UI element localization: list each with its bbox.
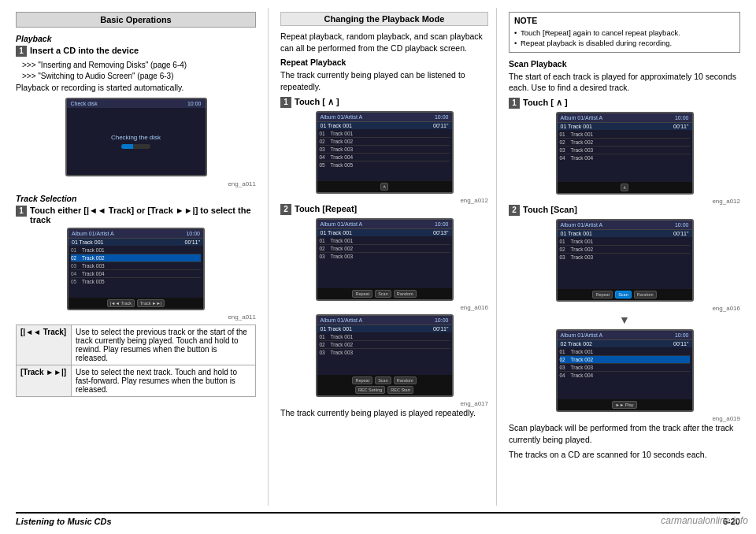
r-s3-track: 01 Track 001 — [321, 326, 352, 332]
scan-step1-text: Touch [ ∧ ] — [523, 98, 568, 108]
scan-footer2: The tracks on a CD are scanned for 10 se… — [509, 449, 740, 461]
scan-step2-row: 2 Touch [Scan] — [509, 205, 740, 216]
r-s2-t1: Track 001 — [331, 238, 354, 243]
sc-s3-t1: Track 001 — [571, 349, 594, 354]
ts-bottom-bar: |◄◄ Track Track ►►| — [69, 298, 203, 309]
sc-s2-row2: 02Track 002 — [560, 246, 690, 254]
track-select-screen: Album 01/Artist A 10:00 01 Track 001 00'… — [67, 228, 205, 310]
sc-s1-playing: 01 Track 001 00'11" — [558, 123, 692, 130]
sc-s2-row1: 01Track 001 — [560, 238, 690, 246]
screen-cd-time: 10:00 — [187, 101, 202, 106]
note-box: NOTE Touch [Repeat] again to cancel repe… — [509, 12, 740, 53]
r-s2-row3: 03Track 003 — [320, 253, 450, 260]
scan-screen1-caption: eng_a012 — [509, 198, 740, 205]
sc-s3-track: 02 Track 002 — [561, 341, 592, 347]
sc-s1-row3: 03Track 003 — [560, 146, 690, 154]
sc-s2-album: Album 01/Artist A — [561, 222, 603, 228]
sc-s1-header: Album 01/Artist A 10:00 — [558, 113, 692, 123]
sc-s3-n2: 02 — [560, 357, 571, 362]
r-s2-track: 01 Track 001 — [321, 230, 352, 235]
sc-s3-row3: 03Track 003 — [560, 364, 690, 372]
r-s2-n3: 03 — [320, 254, 331, 259]
r-s3-btn-row2: REC Setting REC Start — [355, 386, 413, 394]
watermark: carmanualonline.info — [661, 515, 748, 526]
scan-desc: The start of each track is played for ap… — [509, 71, 740, 94]
ts-name-4: Track 004 — [82, 271, 201, 276]
sc-s2-n3: 03 — [560, 254, 571, 260]
r-s1-t4: Track 004 — [331, 154, 354, 160]
sc-s1-time: 10:00 — [675, 115, 689, 121]
r-s1-header: Album 01/Artist A 10:00 — [317, 113, 452, 122]
sc-s2-list: 01Track 001 02Track 002 03Track 003 — [558, 237, 692, 289]
r-s3-playing: 01 Track 001 00'11" — [317, 325, 452, 332]
r-s2-t2: Track 002 — [331, 246, 354, 251]
repeat-step1-text: Touch [ ∧ ] — [295, 97, 339, 107]
ts-num-1: 01 — [71, 247, 82, 253]
sc-s1-t2: Track 002 — [571, 139, 594, 145]
ts-track-list: 01 Track 001 02 Track 002 03 Track 003 0… — [69, 246, 203, 298]
sc-s2-btn-repeat: Repeat — [592, 291, 613, 299]
ts-track-row-2: 02 Track 002 — [71, 254, 201, 262]
ts-name-2: Track 002 — [82, 255, 201, 261]
scan-step2-text: Touch [Scan] — [523, 205, 577, 214]
ts-screen-header: Album 01/Artist A 10:00 — [69, 229, 203, 239]
repeat-step1-row: 1 Touch [ ∧ ] — [280, 97, 488, 108]
checking-text: Checking the disk — [111, 134, 161, 141]
r-s3-btn-random: Random — [394, 376, 417, 384]
table-key-2: [Track ►►|] — [17, 365, 72, 396]
ts-track-row-1: 01 Track 001 — [71, 247, 201, 254]
sc-s1-n1: 01 — [560, 132, 571, 137]
r-s2-n2: 02 — [320, 246, 331, 251]
scan-footer1: Scan playback will be performed from the… — [509, 422, 740, 445]
r-s2-btn-repeat: Repeat — [352, 290, 372, 298]
playback-title: Playback — [16, 34, 256, 43]
mid-column: Changing the Playback Mode Repeat playba… — [268, 8, 496, 506]
track-selection-title: Track Selection — [16, 194, 256, 203]
main-content: Basic Operations Playback 1 Insert a CD … — [16, 8, 740, 506]
ts-name-1: Track 001 — [82, 247, 201, 253]
note-item-1: Touch [Repeat] again to cancel repeat pl… — [514, 28, 735, 38]
repeat-playback-title: Repeat Playback — [280, 57, 488, 67]
sc-s2-bottom: Repeat Scan Random — [558, 289, 692, 300]
scan-screen2-caption: eng_a016 — [509, 305, 740, 312]
r-s3-header: Album 01/Artist A 10:00 — [317, 316, 452, 325]
table-val-2: Use to select the next track. Touch and … — [72, 365, 256, 396]
sc-s1-n2: 02 — [560, 139, 571, 145]
r-s1-time: 10:00 — [435, 114, 449, 120]
table-row-1: [|◄◄ Track] Use to select the previous t… — [17, 324, 256, 365]
sc-s3-album: Album 01/Artist A — [561, 332, 603, 338]
arrow-down: ▼ — [509, 313, 740, 326]
r-s3-list: 01Track 001 02Track 002 03Track 003 — [317, 332, 452, 375]
r-s1-tracktime: 00'11" — [433, 123, 448, 128]
r-s3-row3: 03Track 003 — [320, 349, 450, 356]
repeat-step2-row: 2 Touch [Repeat] — [280, 204, 488, 215]
sc-s3-playing: 02 Track 002 00'11" — [558, 340, 692, 347]
sc-s3-t2: Track 002 — [571, 357, 594, 362]
sc-s1-row4: 04Track 004 — [560, 154, 690, 161]
scan-screen1: Album 01/Artist A 10:00 01 Track 001 00'… — [556, 112, 694, 195]
ref2: >>> "Switching to Audio Screen" (page 6-… — [22, 71, 256, 82]
step2-row: 1 Touch either [|◄◄ Track] or [Track ►►|… — [16, 206, 256, 224]
sc-s3-btn-play: ►► Play — [612, 401, 636, 409]
footer-left: Listening to Music CDs — [16, 517, 112, 526]
sc-s3-tracktime: 00'11" — [673, 341, 688, 347]
r-s1-bottom: ∧ — [317, 181, 452, 192]
r-s3-tracktime: 00'11" — [433, 326, 448, 332]
r-s1-row1: 01Track 001 — [320, 130, 450, 138]
sc-s3-list: 01Track 001 02Track 002 03Track 003 04Tr… — [558, 347, 692, 399]
sc-s3-time: 10:00 — [675, 332, 689, 338]
repeat-screen2-caption: eng_a016 — [280, 304, 488, 311]
r-s2-list: 01Track 001 02Track 002 03Track 003 — [317, 236, 452, 288]
r-s2-bottom: Repeat Scan Random — [317, 288, 452, 299]
note-title: NOTE — [514, 16, 735, 25]
page-container: Basic Operations Playback 1 Insert a CD … — [0, 0, 756, 534]
scan-screen2: Album 01/Artist A 10:00 01 Track 001 00'… — [556, 219, 694, 302]
r-s1-row5: 05Track 005 — [320, 161, 450, 169]
ts-name-5: Track 005 — [82, 279, 201, 284]
ts-num-2: 02 — [71, 255, 82, 261]
r-s2-album: Album 01/Artist A — [321, 221, 363, 227]
ts-name-3: Track 003 — [82, 263, 201, 269]
repeat-step1-num: 1 — [280, 97, 291, 108]
left-column: Basic Operations Playback 1 Insert a CD … — [16, 8, 268, 506]
repeat-screen1: Album 01/Artist A 10:00 01 Track 001 00'… — [316, 111, 454, 194]
